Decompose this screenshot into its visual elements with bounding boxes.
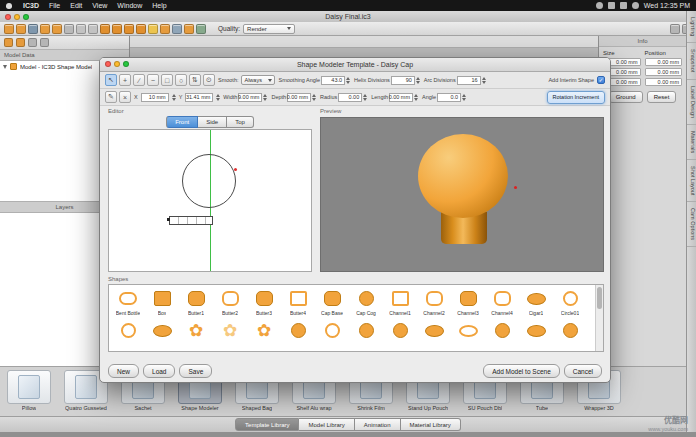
shape-item[interactable]: Cigar1 xyxy=(519,287,553,317)
number-input[interactable]: 0.0 xyxy=(437,93,461,102)
shape-item[interactable] xyxy=(213,319,247,342)
number-input[interactable]: 43.0 xyxy=(321,76,345,85)
dialog-close-button[interactable] xyxy=(105,61,111,67)
shape-item[interactable] xyxy=(349,319,383,342)
shapes-scrollbar[interactable] xyxy=(595,285,603,351)
disclosure-icon[interactable] xyxy=(3,65,7,69)
position-value-field[interactable]: 0.00 mm xyxy=(645,78,683,86)
cancel-button[interactable]: Cancel xyxy=(564,364,602,378)
material-icon[interactable] xyxy=(160,24,170,34)
volume-icon[interactable] xyxy=(596,2,603,9)
render-icon[interactable] xyxy=(184,24,194,34)
light-icon[interactable] xyxy=(148,24,158,34)
load-button[interactable]: Load xyxy=(143,364,175,378)
shape-item[interactable] xyxy=(111,319,145,342)
menubar-clock[interactable]: Wed 12:35 PM xyxy=(644,2,690,9)
shape-item[interactable] xyxy=(145,319,179,342)
shape-item[interactable] xyxy=(383,319,417,342)
shape-item[interactable] xyxy=(485,319,519,342)
new-button[interactable]: New xyxy=(108,364,139,378)
shape-item[interactable]: Cap Cog xyxy=(349,287,383,317)
profile-neck-rect[interactable] xyxy=(169,216,213,225)
side-tab[interactable]: Lighting xyxy=(687,11,696,43)
shape-item[interactable]: Channel3 xyxy=(451,287,485,317)
editor-canvas[interactable] xyxy=(108,129,312,272)
shape-item[interactable]: Channel1 xyxy=(383,287,417,317)
side-tab[interactable]: Label Design xyxy=(687,80,696,125)
ground-button[interactable]: Ground xyxy=(609,91,643,103)
shape-item[interactable] xyxy=(315,319,349,342)
menu-item[interactable]: Window xyxy=(112,0,147,11)
grid-icon[interactable] xyxy=(670,24,680,34)
number-input[interactable]: 90 xyxy=(391,76,415,85)
editor-view-tab[interactable]: Side xyxy=(198,116,227,128)
x-input[interactable]: 10 mm xyxy=(141,93,169,102)
shape-item[interactable] xyxy=(179,319,213,342)
reset-button[interactable]: Reset xyxy=(647,91,677,103)
position-value-field[interactable]: 0.00 mm xyxy=(645,58,683,66)
stepper[interactable] xyxy=(462,94,466,101)
new-model-icon[interactable] xyxy=(4,24,14,34)
stepper[interactable] xyxy=(482,77,486,84)
camera-icon[interactable] xyxy=(172,24,182,34)
library-tab[interactable]: Template Library xyxy=(235,418,299,431)
scrollbar-thumb[interactable] xyxy=(597,287,602,309)
shape-item[interactable]: Butter4 xyxy=(281,287,315,317)
wifi-icon[interactable] xyxy=(608,2,615,9)
edit-point-icon[interactable]: ✎ xyxy=(105,91,117,103)
shape-item[interactable]: Butter3 xyxy=(247,287,281,317)
cube-icon[interactable] xyxy=(4,38,13,47)
stepper[interactable] xyxy=(312,94,316,101)
spotlight-icon[interactable] xyxy=(632,2,639,9)
undo-icon[interactable] xyxy=(76,24,86,34)
number-input[interactable]: 0.00 mm xyxy=(389,93,413,102)
center-icon[interactable]: ⊙ xyxy=(203,74,215,86)
side-tab[interactable]: Snapshot xyxy=(687,43,696,79)
menu-item[interactable]: File xyxy=(44,0,65,11)
rotation-increment-button[interactable]: Rotation Increment xyxy=(547,91,605,104)
align-icon[interactable] xyxy=(136,24,146,34)
snapshot-icon[interactable] xyxy=(64,24,74,34)
shape-item[interactable]: Cap Base xyxy=(315,287,349,317)
editor-view-tab[interactable]: Front xyxy=(166,116,198,128)
dialog-titlebar[interactable]: Shape Modeler Template - Daisy Cap xyxy=(100,58,610,72)
quality-select[interactable]: Render xyxy=(243,24,295,34)
pointer-icon[interactable]: ↖ xyxy=(105,74,117,86)
number-input[interactable]: 9.00 mm xyxy=(238,93,262,102)
menu-item[interactable]: View xyxy=(87,0,112,11)
redo-icon[interactable] xyxy=(88,24,98,34)
library-tab[interactable]: Model Library xyxy=(299,418,354,431)
move-icon[interactable] xyxy=(100,24,110,34)
editor-view-tab[interactable]: Top xyxy=(227,116,254,128)
side-tab[interactable]: Cam Options xyxy=(687,202,696,247)
eye-icon[interactable] xyxy=(28,38,37,47)
side-tab[interactable]: Materials xyxy=(687,125,696,160)
export-icon[interactable] xyxy=(52,24,62,34)
menu-item[interactable]: Edit xyxy=(65,0,87,11)
mirror-icon[interactable]: ⇅ xyxy=(189,74,201,86)
line-icon[interactable]: ∕ xyxy=(133,74,145,86)
shape-item[interactable]: Channel4 xyxy=(485,287,519,317)
trash-icon[interactable] xyxy=(40,38,49,47)
add-model-to-scene-button[interactable]: Add Model to Scene xyxy=(483,364,560,378)
close-button[interactable] xyxy=(5,14,11,20)
number-input[interactable]: 0.00 mm xyxy=(287,93,311,102)
stepper[interactable] xyxy=(414,94,418,101)
dialog-zoom-button[interactable] xyxy=(123,61,129,67)
library-tab[interactable]: Material Library xyxy=(401,418,461,431)
group-icon[interactable] xyxy=(16,38,25,47)
battery-icon[interactable] xyxy=(620,2,627,9)
shape-item[interactable]: Butter2 xyxy=(213,287,247,317)
save-button[interactable]: Save xyxy=(179,364,212,378)
shape-item[interactable]: Bent Bottle xyxy=(111,287,145,317)
import-icon[interactable] xyxy=(40,24,50,34)
number-input[interactable]: 16 xyxy=(457,76,481,85)
shape-item[interactable]: Circle01 xyxy=(553,287,587,317)
y-stepper[interactable] xyxy=(216,94,220,101)
stepper[interactable] xyxy=(416,77,420,84)
shape-item[interactable]: Butter1 xyxy=(179,287,213,317)
shape-item[interactable] xyxy=(417,319,451,342)
stepper[interactable] xyxy=(346,77,350,84)
position-value-field[interactable]: 0.00 mm xyxy=(645,68,683,76)
menu-item[interactable]: Help xyxy=(147,0,171,11)
